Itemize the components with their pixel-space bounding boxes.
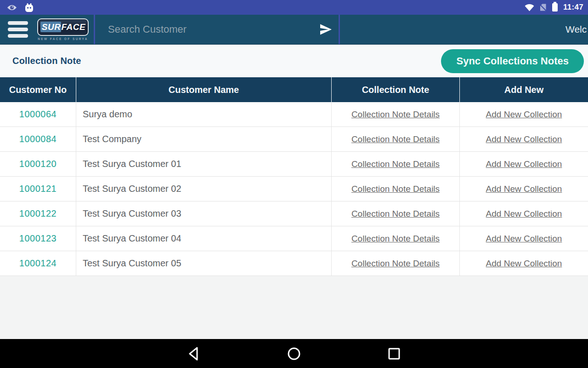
search-bar — [94, 15, 339, 44]
app-screen: 11:47 SURFACE NEW FACE OF SURYA Welc Col… — [0, 0, 588, 368]
back-icon[interactable] — [186, 346, 202, 362]
add-new-cell: Add New Collection — [460, 152, 588, 176]
customer-name: Surya demo — [83, 109, 132, 120]
add-new-collection-link[interactable]: Add New Collection — [486, 234, 562, 244]
table-row: 1000120 Test Surya Customer 01 Collectio… — [0, 152, 588, 177]
collection-note-details-link[interactable]: Collection Note Details — [351, 134, 440, 144]
customer-no: 1000120 — [19, 159, 57, 169]
customer-no: 1000122 — [19, 208, 57, 219]
table-row: 1000064 Surya demo Collection Note Detai… — [0, 102, 588, 127]
add-new-cell: Add New Collection — [460, 226, 588, 251]
content-background — [0, 276, 588, 339]
table-header-row: Customer No Customer Name Collection Not… — [0, 77, 588, 102]
customer-no-cell: 1000124 — [0, 251, 76, 276]
table-row: 1000124 Test Surya Customer 05 Collectio… — [0, 251, 588, 276]
wifi-icon — [524, 3, 535, 12]
customer-name-cell: Test Surya Customer 01 — [76, 152, 332, 176]
battery-icon — [552, 3, 558, 12]
collection-note-details-link[interactable]: Collection Note Details — [351, 234, 440, 244]
customer-name-cell: Test Surya Customer 04 — [76, 226, 332, 251]
collection-note-cell: Collection Note Details — [332, 177, 460, 201]
status-bar-right: 11:47 — [524, 3, 583, 12]
add-new-cell: Add New Collection — [460, 102, 588, 126]
surface-logo: SURFACE NEW FACE OF SURYA — [36, 18, 90, 40]
add-new-cell: Add New Collection — [460, 201, 588, 226]
hamburger-menu-icon[interactable] — [8, 20, 28, 39]
customer-name: Test Surya Customer 05 — [83, 258, 181, 269]
table-row: 1000123 Test Surya Customer 04 Collectio… — [0, 226, 588, 251]
add-new-collection-link[interactable]: Add New Collection — [486, 259, 562, 269]
search-input[interactable] — [108, 23, 320, 35]
android-bot-icon — [25, 3, 34, 12]
page-title: Collection Note — [12, 56, 81, 66]
collection-note-cell: Collection Note Details — [332, 152, 460, 176]
customer-no: 1000064 — [19, 109, 57, 120]
customer-name-cell: Test Surya Customer 02 — [76, 177, 332, 201]
home-icon[interactable] — [286, 346, 302, 362]
collection-note-details-link[interactable]: Collection Note Details — [351, 209, 440, 219]
collection-note-cell: Collection Note Details — [332, 102, 460, 126]
table-body: 1000064 Surya demo Collection Note Detai… — [0, 102, 588, 276]
table-row: 1000121 Test Surya Customer 02 Collectio… — [0, 177, 588, 201]
collection-note-cell: Collection Note Details — [332, 226, 460, 251]
app-toolbar: SURFACE NEW FACE OF SURYA Welc — [0, 15, 588, 45]
customer-no: 1000124 — [19, 258, 57, 269]
collection-note-details-link[interactable]: Collection Note Details — [351, 184, 440, 194]
customer-name: Test Company — [83, 134, 141, 144]
add-new-collection-link[interactable]: Add New Collection — [486, 134, 562, 144]
customer-name-cell: Test Surya Customer 05 — [76, 251, 332, 276]
table-row: 1000122 Test Surya Customer 03 Collectio… — [0, 201, 588, 226]
customer-name: Test Surya Customer 01 — [83, 159, 181, 169]
sync-collections-notes-button[interactable]: Sync Collections Notes — [441, 49, 584, 73]
surface-logo-text: SURFACE — [40, 22, 85, 32]
collection-note-details-link[interactable]: Collection Note Details — [351, 159, 440, 169]
customer-name: Test Surya Customer 04 — [83, 233, 181, 244]
recents-icon[interactable] — [386, 346, 402, 362]
customer-name: Test Surya Customer 02 — [83, 184, 181, 194]
add-new-collection-link[interactable]: Add New Collection — [486, 209, 562, 219]
collection-note-table: Customer No Customer Name Collection Not… — [0, 77, 588, 276]
customer-no-cell: 1000084 — [0, 127, 76, 151]
page-header: Collection Note Sync Collections Notes — [0, 45, 588, 77]
customer-no: 1000084 — [19, 134, 57, 144]
column-header-customer-no: Customer No — [0, 77, 76, 102]
customer-no: 1000123 — [19, 233, 57, 244]
customer-no-cell: 1000064 — [0, 102, 76, 126]
customer-no-cell: 1000121 — [0, 177, 76, 201]
add-new-cell: Add New Collection — [460, 251, 588, 276]
customer-no: 1000121 — [19, 184, 57, 194]
add-new-collection-link[interactable]: Add New Collection — [486, 159, 562, 169]
add-new-cell: Add New Collection — [460, 127, 588, 151]
customer-name-cell: Test Surya Customer 03 — [76, 201, 332, 226]
customer-name: Test Surya Customer 03 — [83, 208, 181, 219]
send-icon[interactable] — [320, 23, 332, 35]
add-new-cell: Add New Collection — [460, 177, 588, 201]
eye-icon — [6, 4, 17, 12]
surface-logo-tagline: NEW FACE OF SURYA — [38, 37, 88, 40]
welcome-text: Welc — [565, 15, 587, 44]
customer-no-cell: 1000122 — [0, 201, 76, 226]
status-bar-left — [5, 3, 34, 12]
column-header-customer-name: Customer Name — [76, 77, 332, 102]
column-header-collection-note: Collection Note — [332, 77, 460, 102]
customer-no-cell: 1000123 — [0, 226, 76, 251]
collection-note-details-link[interactable]: Collection Note Details — [351, 109, 440, 120]
customer-name-cell: Surya demo — [76, 102, 332, 126]
status-time: 11:47 — [563, 3, 583, 12]
collection-note-cell: Collection Note Details — [332, 127, 460, 151]
surface-logo-box: SURFACE — [37, 18, 89, 36]
collection-note-cell: Collection Note Details — [332, 201, 460, 226]
add-new-collection-link[interactable]: Add New Collection — [486, 109, 562, 120]
column-header-add-new: Add New — [460, 77, 588, 102]
status-bar: 11:47 — [0, 0, 588, 15]
collection-note-details-link[interactable]: Collection Note Details — [351, 259, 440, 269]
customer-no-cell: 1000120 — [0, 152, 76, 176]
add-new-collection-link[interactable]: Add New Collection — [486, 184, 562, 194]
collection-note-cell: Collection Note Details — [332, 251, 460, 276]
table-row: 1000084 Test Company Collection Note Det… — [0, 127, 588, 152]
no-sim-icon — [538, 3, 548, 12]
android-nav-bar — [0, 339, 588, 368]
customer-name-cell: Test Company — [76, 127, 332, 151]
toolbar-divider — [339, 15, 340, 44]
